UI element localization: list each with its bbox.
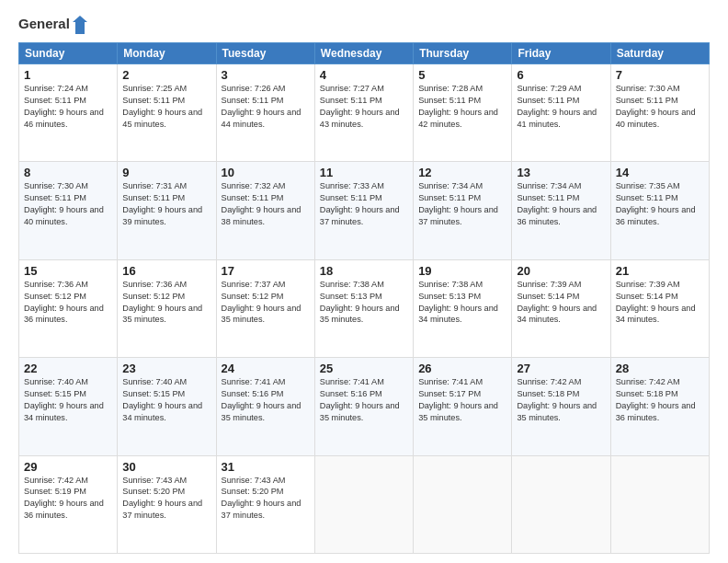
- day-number: 9: [122, 166, 210, 179]
- calendar-cell: 29Sunrise: 7:42 AMSunset: 5:19 PMDayligh…: [19, 455, 118, 553]
- calendar-cell: [610, 455, 709, 553]
- day-number: 4: [320, 68, 408, 82]
- calendar-cell: 27Sunrise: 7:42 AMSunset: 5:18 PMDayligh…: [512, 358, 610, 455]
- calendar-cell: 15Sunrise: 7:36 AMSunset: 5:12 PMDayligh…: [19, 259, 118, 357]
- logo-text: General: [18, 15, 88, 35]
- day-info: Sunrise: 7:32 AMSunset: 5:11 PMDaylight:…: [222, 180, 310, 228]
- calendar-cell: 1Sunrise: 7:24 AMSunset: 5:11 PMDaylight…: [19, 64, 118, 162]
- weekday-header: Thursday: [414, 43, 512, 64]
- day-number: 11: [320, 166, 408, 179]
- page-header: General: [18, 15, 710, 35]
- day-number: 8: [24, 166, 112, 179]
- calendar-cell: 14Sunrise: 7:35 AMSunset: 5:11 PMDayligh…: [610, 162, 709, 259]
- day-info: Sunrise: 7:35 AMSunset: 5:11 PMDaylight:…: [616, 180, 704, 228]
- day-number: 13: [517, 166, 605, 179]
- day-info: Sunrise: 7:40 AMSunset: 5:15 PMDaylight:…: [122, 376, 210, 424]
- day-info: Sunrise: 7:41 AMSunset: 5:16 PMDaylight:…: [222, 376, 310, 424]
- calendar-page: General SundayMondayTuesdayWednesdayThur…: [0, 0, 728, 563]
- calendar-cell: 18Sunrise: 7:38 AMSunset: 5:13 PMDayligh…: [314, 259, 413, 357]
- day-info: Sunrise: 7:27 AMSunset: 5:11 PMDaylight:…: [320, 83, 408, 131]
- day-number: 3: [222, 68, 310, 82]
- calendar-cell: [314, 455, 413, 553]
- day-number: 12: [418, 166, 506, 179]
- day-info: Sunrise: 7:29 AMSunset: 5:11 PMDaylight:…: [517, 83, 605, 131]
- day-number: 26: [418, 362, 506, 375]
- day-info: Sunrise: 7:42 AMSunset: 5:18 PMDaylight:…: [517, 376, 605, 424]
- calendar-cell: 17Sunrise: 7:37 AMSunset: 5:12 PMDayligh…: [216, 259, 314, 357]
- day-info: Sunrise: 7:36 AMSunset: 5:12 PMDaylight:…: [24, 279, 112, 327]
- calendar-cell: 7Sunrise: 7:30 AMSunset: 5:11 PMDaylight…: [610, 64, 709, 162]
- day-number: 16: [122, 264, 210, 278]
- day-number: 24: [222, 362, 310, 375]
- day-info: Sunrise: 7:39 AMSunset: 5:14 PMDaylight:…: [517, 279, 605, 327]
- weekday-header: Saturday: [610, 43, 709, 64]
- calendar-cell: 9Sunrise: 7:31 AMSunset: 5:11 PMDaylight…: [118, 162, 216, 259]
- day-info: Sunrise: 7:33 AMSunset: 5:11 PMDaylight:…: [320, 180, 408, 228]
- day-number: 10: [222, 166, 310, 179]
- day-number: 23: [122, 362, 210, 375]
- calendar-cell: 3Sunrise: 7:26 AMSunset: 5:11 PMDaylight…: [216, 64, 314, 162]
- day-info: Sunrise: 7:43 AMSunset: 5:20 PMDaylight:…: [222, 475, 310, 523]
- day-number: 2: [122, 68, 210, 82]
- calendar-cell: 20Sunrise: 7:39 AMSunset: 5:14 PMDayligh…: [512, 259, 610, 357]
- day-info: Sunrise: 7:30 AMSunset: 5:11 PMDaylight:…: [616, 83, 704, 131]
- day-info: Sunrise: 7:42 AMSunset: 5:18 PMDaylight:…: [616, 376, 704, 424]
- calendar-cell: 31Sunrise: 7:43 AMSunset: 5:20 PMDayligh…: [216, 455, 314, 553]
- calendar-cell: 8Sunrise: 7:30 AMSunset: 5:11 PMDaylight…: [19, 162, 118, 259]
- day-info: Sunrise: 7:38 AMSunset: 5:13 PMDaylight:…: [418, 279, 506, 327]
- weekday-header: Wednesday: [314, 43, 413, 64]
- day-info: Sunrise: 7:41 AMSunset: 5:16 PMDaylight:…: [320, 376, 408, 424]
- day-info: Sunrise: 7:40 AMSunset: 5:15 PMDaylight:…: [24, 376, 112, 424]
- day-number: 14: [616, 166, 704, 179]
- day-number: 20: [517, 264, 605, 278]
- day-number: 28: [616, 362, 704, 375]
- calendar-cell: 6Sunrise: 7:29 AMSunset: 5:11 PMDaylight…: [512, 64, 610, 162]
- day-number: 30: [122, 460, 210, 474]
- calendar-cell: 23Sunrise: 7:40 AMSunset: 5:15 PMDayligh…: [118, 358, 216, 455]
- day-info: Sunrise: 7:31 AMSunset: 5:11 PMDaylight:…: [122, 180, 210, 228]
- day-info: Sunrise: 7:25 AMSunset: 5:11 PMDaylight:…: [122, 83, 210, 131]
- calendar-table: SundayMondayTuesdayWednesdayThursdayFrid…: [18, 42, 710, 554]
- day-info: Sunrise: 7:28 AMSunset: 5:11 PMDaylight:…: [418, 83, 506, 131]
- day-number: 29: [24, 460, 112, 474]
- calendar-cell: 30Sunrise: 7:43 AMSunset: 5:20 PMDayligh…: [118, 455, 216, 553]
- calendar-cell: 22Sunrise: 7:40 AMSunset: 5:15 PMDayligh…: [19, 358, 118, 455]
- day-info: Sunrise: 7:24 AMSunset: 5:11 PMDaylight:…: [24, 83, 112, 131]
- day-info: Sunrise: 7:36 AMSunset: 5:12 PMDaylight:…: [122, 279, 210, 327]
- calendar-cell: 25Sunrise: 7:41 AMSunset: 5:16 PMDayligh…: [314, 358, 413, 455]
- day-info: Sunrise: 7:42 AMSunset: 5:19 PMDaylight:…: [24, 475, 112, 523]
- calendar-cell: 28Sunrise: 7:42 AMSunset: 5:18 PMDayligh…: [610, 358, 709, 455]
- day-info: Sunrise: 7:34 AMSunset: 5:11 PMDaylight:…: [418, 180, 506, 228]
- calendar-cell: 13Sunrise: 7:34 AMSunset: 5:11 PMDayligh…: [512, 162, 610, 259]
- day-number: 18: [320, 264, 408, 278]
- calendar-cell: 4Sunrise: 7:27 AMSunset: 5:11 PMDaylight…: [314, 64, 413, 162]
- day-number: 1: [24, 68, 112, 82]
- day-number: 17: [222, 264, 310, 278]
- day-number: 21: [616, 264, 704, 278]
- day-info: Sunrise: 7:26 AMSunset: 5:11 PMDaylight:…: [222, 83, 310, 131]
- calendar-cell: 24Sunrise: 7:41 AMSunset: 5:16 PMDayligh…: [216, 358, 314, 455]
- day-number: 6: [517, 68, 605, 82]
- day-number: 7: [616, 68, 704, 82]
- day-info: Sunrise: 7:43 AMSunset: 5:20 PMDaylight:…: [122, 475, 210, 523]
- weekday-header: Tuesday: [216, 43, 314, 64]
- day-info: Sunrise: 7:37 AMSunset: 5:12 PMDaylight:…: [222, 279, 310, 327]
- calendar-cell: 21Sunrise: 7:39 AMSunset: 5:14 PMDayligh…: [610, 259, 709, 357]
- weekday-header: Monday: [118, 43, 216, 64]
- day-info: Sunrise: 7:34 AMSunset: 5:11 PMDaylight:…: [517, 180, 605, 228]
- calendar-cell: 19Sunrise: 7:38 AMSunset: 5:13 PMDayligh…: [414, 259, 512, 357]
- day-info: Sunrise: 7:41 AMSunset: 5:17 PMDaylight:…: [418, 376, 506, 424]
- calendar-cell: 12Sunrise: 7:34 AMSunset: 5:11 PMDayligh…: [414, 162, 512, 259]
- day-number: 27: [517, 362, 605, 375]
- day-info: Sunrise: 7:38 AMSunset: 5:13 PMDaylight:…: [320, 279, 408, 327]
- day-info: Sunrise: 7:30 AMSunset: 5:11 PMDaylight:…: [24, 180, 112, 228]
- logo-general: General: [18, 15, 88, 35]
- calendar-cell: 16Sunrise: 7:36 AMSunset: 5:12 PMDayligh…: [118, 259, 216, 357]
- day-info: Sunrise: 7:39 AMSunset: 5:14 PMDaylight:…: [616, 279, 704, 327]
- calendar-cell: 10Sunrise: 7:32 AMSunset: 5:11 PMDayligh…: [216, 162, 314, 259]
- calendar-cell: 26Sunrise: 7:41 AMSunset: 5:17 PMDayligh…: [414, 358, 512, 455]
- svg-marker-0: [73, 16, 87, 34]
- weekday-header: Friday: [512, 43, 610, 64]
- day-number: 22: [24, 362, 112, 375]
- day-number: 5: [418, 68, 506, 82]
